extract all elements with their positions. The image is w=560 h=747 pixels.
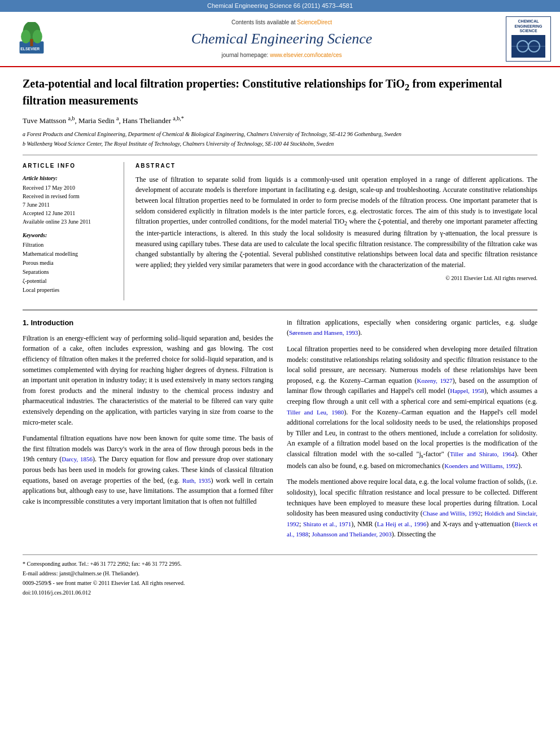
johansson-ref[interactable]: Johansson and Theliander, 2003 [312, 531, 392, 538]
right-para-2: Local filtration properties need to be c… [287, 344, 537, 471]
science-direct-link[interactable]: ScienceDirect [297, 19, 332, 25]
elsevier-logo-area: ELSEVIER [9, 22, 54, 56]
abstract-text: The use of filtration to separate solid … [135, 174, 537, 270]
paper-content: Zeta-potential and local filtration prop… [0, 67, 560, 607]
abstract-label: ABSTRACT [135, 162, 537, 170]
keyword-1: Filtration [23, 241, 117, 250]
ces-logo: CHEMICALENGINEERINGSCIENCE [506, 16, 551, 61]
shirato-ref[interactable]: Shirato et al., 1971 [303, 521, 351, 527]
article-info-label: ARTICLE INFO [23, 162, 117, 170]
footnote-section: * Corresponding author. Tel.: +46 31 772… [23, 554, 537, 597]
affiliation-b: b Wallenberg Wood Science Center, The Ro… [23, 139, 537, 148]
keywords-group: Keywords: Filtration Mathematical modell… [23, 231, 117, 295]
elsevier-tree-icon: ELSEVIER [15, 22, 49, 56]
journal-topbar: Chemical Engineering Science 66 (2011) 4… [0, 0, 560, 12]
happel-ref[interactable]: Happel, 1958 [450, 387, 484, 394]
contents-line: Contents lists available at ScienceDirec… [63, 19, 500, 27]
affiliations: a Forest Products and Chemical Engineeri… [23, 130, 537, 148]
copyright-line: © 2011 Elsevier Ltd. All rights reserved… [135, 274, 537, 282]
svg-rect-4 [30, 39, 33, 46]
tiller-shirato-ref[interactable]: Tiller and Shirato, 1964 [450, 451, 515, 457]
journal-homepage: journal homepage: www.elsevier.com/locat… [63, 51, 500, 59]
corresponding-author: * Corresponding author. Tel.: +46 31 772… [23, 560, 537, 568]
available-online: Available online 23 June 2011 [23, 217, 117, 226]
affiliation-a: a Forest Products and Chemical Engineeri… [23, 130, 537, 138]
kozeny-ref[interactable]: Kozeny, 1927 [417, 377, 452, 384]
ruth-ref[interactable]: Ruth, 1935 [182, 477, 211, 484]
article-info-panel: ARTICLE INFO Article history: Received 1… [23, 162, 124, 300]
keyword-2: Mathematical modelling [23, 250, 117, 259]
ces-logo-box: CHEMICALENGINEERINGSCIENCE [500, 16, 551, 61]
body-col-right: in filtration applications, especially w… [287, 317, 537, 545]
journal-header: ELSEVIER Contents lists available at Sci… [0, 12, 560, 67]
article-info-abstract: ARTICLE INFO Article history: Received 1… [23, 155, 537, 300]
revised-date: 7 June 2011 [23, 200, 117, 209]
chase-ref[interactable]: Chase and Willis, 1992 [423, 510, 481, 517]
keyword-6: Local properties [23, 286, 117, 295]
main-body: 1. Introduction Filtration is an energy-… [23, 309, 537, 597]
intro-para-1: Filtration is an energy-efficient way of… [23, 333, 273, 427]
received-revised-label: Received in revised form [23, 192, 117, 200]
darcy-ref[interactable]: Darcy, 1856 [62, 456, 93, 462]
journal-name-header: Chemical Engineering Science [63, 29, 500, 49]
body-col-left: 1. Introduction Filtration is an energy-… [23, 317, 273, 545]
issn-line: 0009-2509/$ - see front matter © 2011 El… [23, 579, 537, 587]
svg-text:ELSEVIER: ELSEVIER [20, 47, 40, 51]
keywords-label: Keywords: [23, 231, 117, 239]
received-date: Received 17 May 2010 [23, 184, 117, 192]
accepted-date: Accepted 12 June 2011 [23, 209, 117, 217]
svg-point-2 [21, 30, 30, 43]
keyword-3: Porous media [23, 259, 117, 268]
doi-line: doi:10.1016/j.ces.2011.06.012 [23, 588, 537, 597]
sorensen-ref[interactable]: Sørensen and Hansen, 1993 [289, 329, 358, 336]
koenders-ref[interactable]: Koenders and Williams, 1992 [444, 462, 518, 469]
journal-title-center: Contents lists available at ScienceDirec… [63, 19, 500, 59]
right-para-1: in filtration applications, especially w… [287, 317, 537, 338]
history-label: Article history: [23, 174, 117, 182]
ces-logo-image-icon [511, 35, 545, 58]
abstract-panel: ABSTRACT The use of filtration to separa… [135, 162, 537, 300]
topbar-text: Chemical Engineering Science 66 (2011) 4… [207, 2, 353, 9]
svg-point-3 [33, 30, 42, 43]
authors-line: Tuve Mattsson a,b, Maria Sedin a, Hans T… [23, 115, 537, 126]
intro-para-2: Fundamental filtration equations have no… [23, 433, 273, 506]
keyword-5: ζ-potential [23, 277, 117, 286]
homepage-link[interactable]: www.elsevier.com/locate/ces [270, 52, 342, 58]
intro-heading: 1. Introduction [23, 317, 273, 329]
email-line: E-mail address: janst@chalmers.se (H. Th… [23, 569, 537, 578]
keyword-4: Separations [23, 268, 117, 277]
tiller-leu-ref[interactable]: Tiller and Leu, 1980 [287, 409, 344, 416]
right-para-3: The models mentioned above require local… [287, 477, 537, 540]
article-history: Article history: Received 17 May 2010 Re… [23, 174, 117, 226]
body-two-col: 1. Introduction Filtration is an energy-… [23, 317, 537, 545]
laheij-ref[interactable]: La Heij et al., 1996 [377, 521, 426, 527]
paper-title: Zeta-potential and local filtration prop… [23, 76, 537, 108]
ces-logo-title: CHEMICALENGINEERINGSCIENCE [509, 19, 548, 33]
